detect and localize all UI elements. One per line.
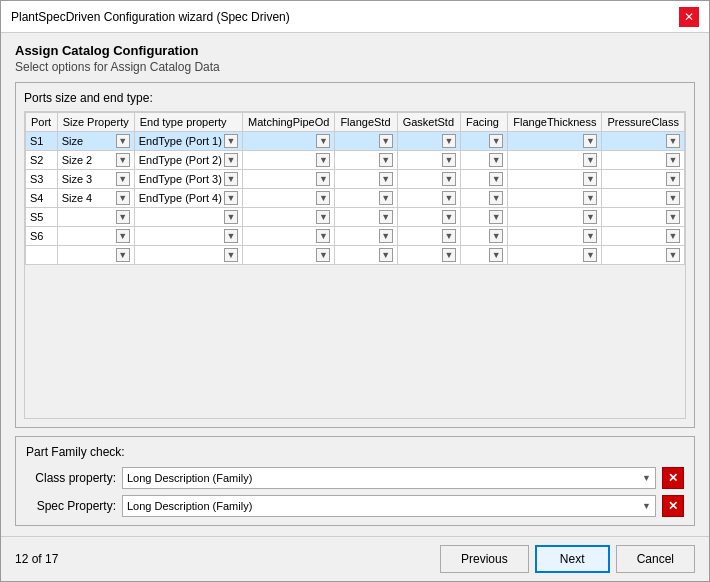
pressureclass-cell[interactable]: ▼ (602, 170, 685, 189)
matchingpipeod-cell[interactable]: ▼ (243, 208, 335, 227)
endtype-cell[interactable]: EndType (Port 2)▼ (134, 151, 242, 170)
pressureclass-cell[interactable]: ▼ (602, 227, 685, 246)
table-row[interactable]: S2Size 2▼EndType (Port 2)▼▼▼▼▼▼▼ (26, 151, 685, 170)
ports-table-wrapper[interactable]: Port Size Property End type property Mat… (24, 111, 686, 419)
matchingpipeod-cell[interactable]: ▼ (243, 132, 335, 151)
next-button[interactable]: Next (535, 545, 610, 573)
size-dropdown-arrow[interactable]: ▼ (116, 229, 130, 243)
pressureclass-dropdown-arrow[interactable]: ▼ (666, 229, 680, 243)
matchingpipeod-dropdown-arrow[interactable]: ▼ (316, 153, 330, 167)
matchingpipeod-cell[interactable]: ▼ (243, 246, 335, 265)
flangethickness-cell[interactable]: ▼ (508, 170, 602, 189)
flangestd-cell[interactable]: ▼ (335, 246, 397, 265)
size-cell[interactable]: ▼ (57, 246, 134, 265)
flangestd-dropdown-arrow[interactable]: ▼ (379, 191, 393, 205)
flangestd-dropdown-arrow[interactable]: ▼ (379, 248, 393, 262)
gasketstd-dropdown-arrow[interactable]: ▼ (442, 172, 456, 186)
flangethickness-dropdown-arrow[interactable]: ▼ (583, 134, 597, 148)
matchingpipeod-dropdown-arrow[interactable]: ▼ (316, 172, 330, 186)
size-cell[interactable]: Size 3▼ (57, 170, 134, 189)
endtype-dropdown-arrow[interactable]: ▼ (224, 191, 238, 205)
flangethickness-cell[interactable]: ▼ (508, 151, 602, 170)
table-row[interactable]: S3Size 3▼EndType (Port 3)▼▼▼▼▼▼▼ (26, 170, 685, 189)
class-property-select[interactable]: Long Description (Family) ▼ (122, 467, 656, 489)
gasketstd-dropdown-arrow[interactable]: ▼ (442, 153, 456, 167)
previous-button[interactable]: Previous (440, 545, 529, 573)
endtype-cell[interactable]: ▼ (134, 246, 242, 265)
flangethickness-cell[interactable]: ▼ (508, 246, 602, 265)
flangestd-cell[interactable]: ▼ (335, 170, 397, 189)
endtype-dropdown-arrow[interactable]: ▼ (224, 210, 238, 224)
pressureclass-dropdown-arrow[interactable]: ▼ (666, 248, 680, 262)
gasketstd-dropdown-arrow[interactable]: ▼ (442, 248, 456, 262)
pressureclass-cell[interactable]: ▼ (602, 151, 685, 170)
facing-dropdown-arrow[interactable]: ▼ (489, 210, 503, 224)
flangestd-cell[interactable]: ▼ (335, 208, 397, 227)
size-cell[interactable]: Size▼ (57, 132, 134, 151)
gasketstd-dropdown-arrow[interactable]: ▼ (442, 134, 456, 148)
facing-cell[interactable]: ▼ (460, 189, 507, 208)
endtype-cell[interactable]: ▼ (134, 208, 242, 227)
gasketstd-cell[interactable]: ▼ (397, 189, 460, 208)
endtype-dropdown-arrow[interactable]: ▼ (224, 172, 238, 186)
cancel-button[interactable]: Cancel (616, 545, 695, 573)
flangethickness-dropdown-arrow[interactable]: ▼ (583, 210, 597, 224)
matchingpipeod-cell[interactable]: ▼ (243, 227, 335, 246)
matchingpipeod-cell[interactable]: ▼ (243, 170, 335, 189)
matchingpipeod-dropdown-arrow[interactable]: ▼ (316, 134, 330, 148)
facing-dropdown-arrow[interactable]: ▼ (489, 191, 503, 205)
pressureclass-cell[interactable]: ▼ (602, 208, 685, 227)
size-dropdown-arrow[interactable]: ▼ (116, 153, 130, 167)
endtype-cell[interactable]: EndType (Port 4)▼ (134, 189, 242, 208)
endtype-dropdown-arrow[interactable]: ▼ (224, 134, 238, 148)
flangestd-cell[interactable]: ▼ (335, 151, 397, 170)
pressureclass-cell[interactable]: ▼ (602, 189, 685, 208)
pressureclass-dropdown-arrow[interactable]: ▼ (666, 172, 680, 186)
gasketstd-cell[interactable]: ▼ (397, 132, 460, 151)
gasketstd-dropdown-arrow[interactable]: ▼ (442, 191, 456, 205)
flangethickness-cell[interactable]: ▼ (508, 189, 602, 208)
spec-property-select[interactable]: Long Description (Family) ▼ (122, 495, 656, 517)
gasketstd-cell[interactable]: ▼ (397, 208, 460, 227)
endtype-cell[interactable]: ▼ (134, 227, 242, 246)
flangethickness-dropdown-arrow[interactable]: ▼ (583, 229, 597, 243)
facing-dropdown-arrow[interactable]: ▼ (489, 153, 503, 167)
facing-cell[interactable]: ▼ (460, 227, 507, 246)
table-row[interactable]: S6▼▼▼▼▼▼▼▼ (26, 227, 685, 246)
matchingpipeod-cell[interactable]: ▼ (243, 189, 335, 208)
flangestd-dropdown-arrow[interactable]: ▼ (379, 172, 393, 186)
flangestd-cell[interactable]: ▼ (335, 189, 397, 208)
facing-cell[interactable]: ▼ (460, 151, 507, 170)
flangethickness-cell[interactable]: ▼ (508, 208, 602, 227)
gasketstd-cell[interactable]: ▼ (397, 246, 460, 265)
matchingpipeod-dropdown-arrow[interactable]: ▼ (316, 248, 330, 262)
close-button[interactable]: ✕ (679, 7, 699, 27)
facing-cell[interactable]: ▼ (460, 132, 507, 151)
table-row[interactable]: S1Size▼EndType (Port 1)▼▼▼▼▼▼▼ (26, 132, 685, 151)
spec-property-clear-button[interactable]: ✕ (662, 495, 684, 517)
endtype-dropdown-arrow[interactable]: ▼ (224, 153, 238, 167)
facing-cell[interactable]: ▼ (460, 208, 507, 227)
table-row[interactable]: S5▼▼▼▼▼▼▼▼ (26, 208, 685, 227)
endtype-dropdown-arrow[interactable]: ▼ (224, 229, 238, 243)
size-cell[interactable]: Size 2▼ (57, 151, 134, 170)
pressureclass-dropdown-arrow[interactable]: ▼ (666, 191, 680, 205)
flangethickness-dropdown-arrow[interactable]: ▼ (583, 172, 597, 186)
pressureclass-dropdown-arrow[interactable]: ▼ (666, 134, 680, 148)
matchingpipeod-dropdown-arrow[interactable]: ▼ (316, 191, 330, 205)
facing-cell[interactable]: ▼ (460, 170, 507, 189)
pressureclass-dropdown-arrow[interactable]: ▼ (666, 210, 680, 224)
endtype-cell[interactable]: EndType (Port 3)▼ (134, 170, 242, 189)
facing-dropdown-arrow[interactable]: ▼ (489, 172, 503, 186)
flangestd-dropdown-arrow[interactable]: ▼ (379, 153, 393, 167)
endtype-cell[interactable]: EndType (Port 1)▼ (134, 132, 242, 151)
flangestd-cell[interactable]: ▼ (335, 227, 397, 246)
matchingpipeod-dropdown-arrow[interactable]: ▼ (316, 210, 330, 224)
table-row[interactable]: ▼▼▼▼▼▼▼▼ (26, 246, 685, 265)
facing-cell[interactable]: ▼ (460, 246, 507, 265)
facing-dropdown-arrow[interactable]: ▼ (489, 134, 503, 148)
gasketstd-dropdown-arrow[interactable]: ▼ (442, 229, 456, 243)
flangethickness-dropdown-arrow[interactable]: ▼ (583, 153, 597, 167)
pressureclass-cell[interactable]: ▼ (602, 132, 685, 151)
flangethickness-dropdown-arrow[interactable]: ▼ (583, 248, 597, 262)
